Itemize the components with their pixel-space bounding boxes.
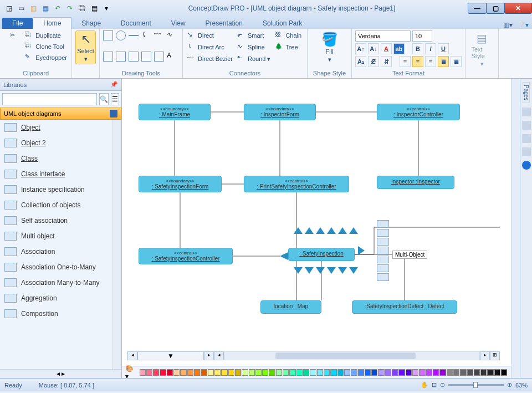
color-swatch[interactable] xyxy=(337,369,344,376)
color-swatch[interactable] xyxy=(221,369,227,376)
connector-smart[interactable]: ⬐Smart xyxy=(236,30,272,40)
color-swatch[interactable] xyxy=(494,369,500,376)
canvas-area[interactable]: Multi-Object <<boundary>>: MainFrame<<bo… xyxy=(122,79,511,378)
new-icon[interactable]: ▭ xyxy=(17,4,25,13)
library-hscroll[interactable]: ◂ ▸ xyxy=(0,369,121,378)
color-swatch[interactable] xyxy=(317,369,323,376)
color-swatch[interactable] xyxy=(324,369,330,376)
color-swatch[interactable] xyxy=(365,369,371,376)
library-item[interactable]: Collection of objects xyxy=(0,197,112,213)
diagram-node-inspectorcontroller[interactable]: <<control>>: InspectorController xyxy=(377,104,460,120)
color-swatch[interactable] xyxy=(283,369,289,376)
maximize-button[interactable]: ▢ xyxy=(486,3,505,14)
rtool-help-icon[interactable] xyxy=(522,161,531,170)
select-button[interactable]: ↖Select▾ xyxy=(75,30,96,64)
color-swatch[interactable] xyxy=(310,369,316,376)
rtool-snapshot-icon[interactable] xyxy=(522,121,531,130)
palette-picker-icon[interactable]: 🎨▾ xyxy=(125,365,136,379)
qat-dropdown-icon[interactable]: ▾ xyxy=(102,4,111,13)
shape-block[interactable] xyxy=(103,52,113,62)
minimize-button[interactable]: — xyxy=(468,3,487,14)
library-item[interactable]: Self association xyxy=(0,213,112,228)
shape-line[interactable] xyxy=(129,35,139,36)
connector-round[interactable]: ⬑Round ▾ xyxy=(236,54,272,64)
rtool-layers-icon[interactable] xyxy=(522,108,531,116)
multi-object-stack[interactable] xyxy=(377,220,389,287)
undo-icon[interactable]: ↶ xyxy=(53,4,62,13)
color-swatch[interactable] xyxy=(180,369,186,376)
spacing-button[interactable]: ⇵ xyxy=(381,56,392,67)
color-swatch[interactable] xyxy=(358,369,364,376)
zoom-slider[interactable] xyxy=(448,384,504,386)
color-swatch[interactable] xyxy=(330,369,336,376)
clone-tool-button[interactable]: ⿻Clone Tool xyxy=(24,42,68,52)
color-swatch[interactable] xyxy=(467,369,473,376)
pages-tab[interactable]: Pages xyxy=(523,82,530,103)
tab-home[interactable]: Home xyxy=(33,17,71,29)
color-swatch[interactable] xyxy=(173,369,180,376)
search-button[interactable]: 🔍 xyxy=(99,93,109,105)
color-swatch[interactable] xyxy=(146,369,152,376)
diagram-node-safetyinsp[interactable]: : SafetyInspection xyxy=(288,248,355,261)
library-item[interactable]: Multi object xyxy=(0,228,112,244)
window-options-icon[interactable]: ▥▾ xyxy=(503,21,513,29)
color-swatch[interactable] xyxy=(140,369,146,376)
color-swatch[interactable] xyxy=(426,369,432,376)
diagram-node-inspector[interactable]: Inspector :Inspector xyxy=(377,176,454,189)
align-center[interactable]: ≡ xyxy=(412,56,423,67)
shape-block2[interactable] xyxy=(116,52,126,62)
library-item[interactable]: Class interface xyxy=(0,166,112,182)
color-swatch[interactable] xyxy=(255,369,262,376)
color-swatch[interactable] xyxy=(303,369,309,376)
color-swatch[interactable] xyxy=(160,369,166,376)
color-swatch[interactable] xyxy=(385,369,391,376)
align-left[interactable]: ≡ xyxy=(400,56,411,67)
tab-file[interactable]: File xyxy=(2,18,33,29)
eyedropper-button[interactable]: ✎Eyedropper xyxy=(24,53,68,63)
color-swatch[interactable] xyxy=(249,369,255,376)
help-icon[interactable]: ❔▾ xyxy=(517,21,529,29)
tab-solution-park[interactable]: Solution Park xyxy=(253,18,312,29)
tab-document[interactable]: Document xyxy=(111,18,161,29)
color-swatch[interactable] xyxy=(351,369,357,376)
hscroll-track[interactable] xyxy=(224,351,480,360)
color-swatch[interactable] xyxy=(406,369,412,376)
color-swatch[interactable] xyxy=(269,369,275,376)
color-swatch[interactable] xyxy=(447,369,453,376)
tab-view[interactable]: View xyxy=(161,18,196,29)
diagram-node-inspectorform[interactable]: <<boundary>>: InspectorForm xyxy=(244,104,316,120)
tab-presentation[interactable]: Presentation xyxy=(196,18,253,29)
connector-direct-arc[interactable]: ⤹Direct Arc xyxy=(186,42,234,52)
rtool-notes-icon[interactable] xyxy=(522,147,531,156)
close-icon[interactable] xyxy=(110,110,117,118)
color-swatch[interactable] xyxy=(153,369,159,376)
color-swatch[interactable] xyxy=(276,369,282,376)
align-bottom[interactable]: ≣ xyxy=(451,56,462,67)
paste-icon[interactable]: ▤ xyxy=(90,4,99,13)
color-swatch[interactable] xyxy=(235,369,241,376)
color-swatch[interactable] xyxy=(398,369,405,376)
connector-chain[interactable]: ⛓Chain xyxy=(274,30,303,40)
library-item[interactable]: Composition xyxy=(0,306,112,321)
close-button[interactable]: ✕ xyxy=(504,3,532,14)
library-item[interactable]: Association One-to-Many xyxy=(0,259,112,275)
connector-spline[interactable]: ∿Spline xyxy=(236,42,272,52)
color-swatch[interactable] xyxy=(378,369,384,376)
connector-direct-bezier[interactable]: 〰Direct Bezier xyxy=(186,54,234,64)
save-icon[interactable]: ▦ xyxy=(41,4,50,13)
tab-shape[interactable]: Shape xyxy=(71,18,111,29)
hand-tool-icon[interactable]: ✋ xyxy=(421,381,428,389)
diagram-node-mainframe[interactable]: <<boundary>>: MainFrame xyxy=(139,104,211,120)
scroll-left[interactable]: ◂ xyxy=(214,351,224,360)
zoom-in-button[interactable]: ⊕ xyxy=(507,381,512,389)
color-swatch[interactable] xyxy=(460,369,466,376)
shape-bezier[interactable]: 〰 xyxy=(154,30,164,40)
color-swatch[interactable] xyxy=(242,369,248,376)
color-swatch[interactable] xyxy=(214,369,221,376)
case-button[interactable]: A₂ xyxy=(355,56,366,67)
library-item[interactable]: Association xyxy=(0,244,112,259)
color-swatch[interactable] xyxy=(194,369,200,376)
shape-block5[interactable] xyxy=(154,52,164,62)
copy-icon[interactable]: ⿻ xyxy=(78,4,86,13)
shape-spline[interactable]: ∿ xyxy=(167,30,177,40)
